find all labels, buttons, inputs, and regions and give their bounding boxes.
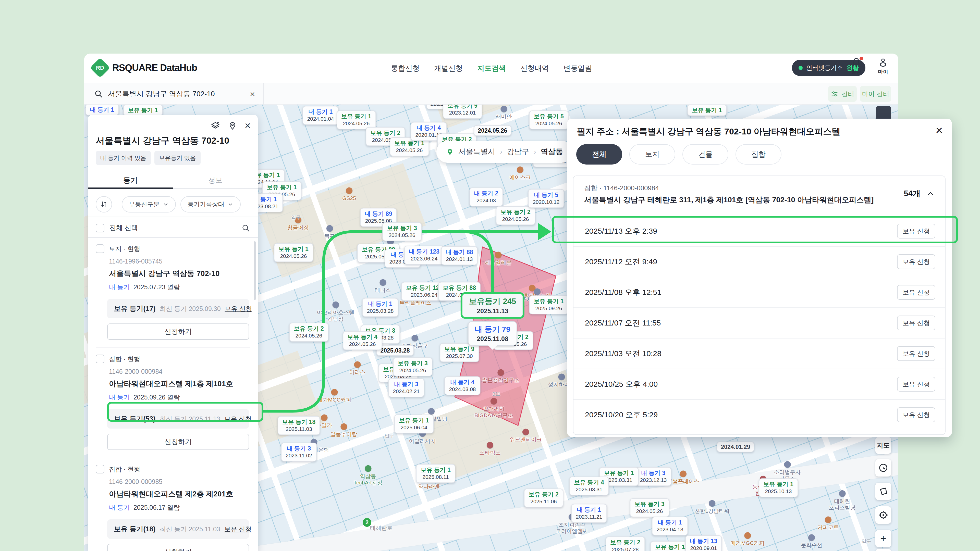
registry-badge[interactable]: 보유 등기 3 2024.05.26 [382, 222, 422, 241]
my-registry-callout[interactable]: 내 등기 79 2025.11.08 [468, 321, 517, 346]
registry-status-dropdown[interactable]: 등기기록상태 [180, 196, 241, 213]
map-mode-button[interactable] [876, 106, 891, 120]
close-detail-icon[interactable]: × [935, 124, 943, 137]
apply-button[interactable]: 신청하기 [107, 433, 249, 450]
close-panel-icon[interactable]: × [245, 121, 251, 130]
registry-badge[interactable]: 내 등기 4 2024.03.08 [444, 376, 480, 395]
registry-badge[interactable]: 보유 등기 3 2024.05.26 [393, 357, 432, 376]
search-input[interactable]: 서울특별시 강남구 역삼동 702-10 × [88, 83, 264, 105]
property-type-dropdown[interactable]: 부동산구분 [122, 196, 176, 213]
item-checkbox[interactable] [96, 245, 104, 253]
registry-badge[interactable]: 내 등기 3 2023.11.02 [281, 443, 317, 462]
apply-button[interactable]: 신청하기 [107, 544, 249, 551]
registry-badge[interactable]: 보유 등기 1 2023.04.13 [650, 541, 690, 551]
list-search-icon[interactable] [242, 224, 250, 232]
registry-badge[interactable]: 보유 등기 2 2024.05.26 [496, 206, 535, 225]
breadcrumb-dong[interactable]: 역삼동 [541, 147, 563, 157]
registry-badge[interactable]: 내 등기 3 2023.12.13 [635, 467, 671, 486]
detail-tab[interactable]: 건물 [682, 144, 729, 165]
registry-badge[interactable]: 보유 등기 4 2025.03.31 [570, 476, 609, 495]
registry-badge[interactable]: 내 등기 5 2020.10.12 [528, 189, 564, 208]
own-apply-link[interactable]: 보유 신청 [224, 415, 251, 423]
registry-badge[interactable]: 보유 등기 1 [123, 105, 162, 116]
registry-badge[interactable]: 내 등기 88 2024.01.13 [441, 246, 477, 265]
tab-registry[interactable]: 등기 [88, 173, 173, 188]
own-registry-row[interactable]: 보유 등기(17) 최신 등기 2025.09.30 보유 신청 › [107, 299, 249, 318]
breadcrumb-city[interactable]: 서울특별시 [458, 147, 495, 157]
map-pin-icon[interactable] [228, 121, 237, 130]
zoom-out-button[interactable]: − [875, 549, 891, 551]
nav-item[interactable]: 변동알림 [563, 64, 592, 73]
registry-badge[interactable]: 보유 등기 2 2024.05.26 [289, 323, 328, 341]
registry-badge[interactable]: 보유 등기 3 2024.05.26 [630, 498, 669, 517]
registry-badge[interactable]: 내 등기 1 2025.03.28 [362, 298, 398, 317]
current-location-button[interactable] [875, 507, 891, 524]
history-button[interactable] [875, 459, 891, 476]
my-filter-button[interactable]: 마이 필터 [860, 86, 891, 102]
apply-button[interactable]: 신청하기 [107, 324, 249, 340]
scrollbar-thumb[interactable] [254, 241, 256, 300]
registry-badge[interactable]: 보유 등기 1 2024.05.26 [274, 243, 313, 262]
registry-badge[interactable]: 보유 등기 1 2024.05.26 [337, 110, 376, 129]
registry-badge[interactable]: 보유 등기 5 2024.05.26 [529, 110, 568, 129]
map-type-button[interactable]: 지도 [875, 437, 891, 454]
registry-badge[interactable]: 내 등기 1 2024.01.04 [302, 106, 339, 125]
registry-badge[interactable]: 보유 등기 1 2025.08.11 [416, 464, 455, 483]
own-request-button[interactable]: 보유 신청 [897, 285, 935, 300]
own-registry-row[interactable]: 보유 등기(18) 최신 등기 2025.11.03 보유 신청 › [107, 519, 249, 539]
registry-badge[interactable]: 보유 등기 18 2025.11.03 [278, 416, 320, 435]
own-request-button[interactable]: 보유 신청 [897, 316, 935, 330]
add-to-layers-icon[interactable] [210, 121, 220, 130]
registry-badge[interactable]: 2024.01.29 [717, 441, 754, 452]
registry-badge[interactable]: 보유 등기 4 2024.05.26 [343, 331, 382, 350]
registry-badge[interactable]: 보유 등기 9 2025.07.30 [440, 343, 479, 362]
tab-info[interactable]: 정보 [173, 173, 258, 188]
registry-badge[interactable]: 보유 등기 1 2025.09.26 [529, 295, 568, 314]
own-registry-callout[interactable]: 보유등기 245 2025.11.13 [461, 292, 525, 319]
registry-badge[interactable]: 보유 등기 1 2025.10.13 [759, 478, 798, 497]
registry-badge[interactable]: 내 등기 1 2023.11.21 [571, 504, 607, 523]
sort-button[interactable] [96, 196, 112, 213]
detail-tab[interactable]: 전체 [576, 144, 622, 165]
own-request-button[interactable]: 보유 신청 [897, 407, 935, 422]
registry-badge[interactable]: 내 등기 1 [86, 105, 119, 116]
registry-badge[interactable]: 보유 등기 2 2025.07.28 [606, 537, 645, 551]
logo[interactable]: RD RSQUARE DataHub [93, 61, 197, 75]
registry-badge[interactable]: 보유 등기 9 2023.12.01 [443, 105, 482, 119]
own-apply-link[interactable]: 보유 신청 [224, 525, 251, 534]
item-checkbox[interactable] [96, 354, 104, 363]
filter-button[interactable]: 필터 [828, 86, 857, 102]
own-request-button[interactable]: 보유 신청 [897, 254, 935, 269]
registry-badge[interactable]: 내 등기 13 2020.09.01 [685, 535, 722, 551]
registry-badge[interactable]: 내 등기 2 2024.03 [469, 187, 503, 206]
own-request-button[interactable]: 보유 신청 [897, 377, 935, 392]
registry-badge[interactable]: 보유 등기 1 2025.06.04 [394, 414, 434, 433]
registry-badge[interactable]: 2024.05.26 [474, 125, 511, 136]
own-apply-link[interactable]: 보유 신청 [225, 305, 252, 313]
parcel-callout[interactable]: 보유등기 245 2025.11.13 내 등기 79 2025.11.08 [461, 292, 525, 346]
clear-search-icon[interactable]: × [248, 89, 257, 99]
my-page-button[interactable]: 마이 [872, 57, 894, 75]
own-registry-row[interactable]: 보유 등기(53) 최신 등기 2025.11.13 보유 신청 › [107, 409, 249, 429]
detail-tab[interactable]: 집합 [735, 144, 781, 165]
own-request-button[interactable]: 보유 신청 [897, 224, 935, 238]
breadcrumb-district[interactable]: 강남구 [507, 147, 529, 157]
nav-item[interactable]: 개별신청 [434, 64, 463, 73]
zoom-in-button[interactable]: + [875, 530, 891, 547]
registry-badge[interactable]: 내 등기 1 2023.04.13 [652, 516, 688, 535]
registry-badge[interactable]: 보유 등기 2 2025.11.06 [524, 489, 563, 507]
nav-item[interactable]: 신청내역 [520, 64, 549, 73]
item-checkbox[interactable] [96, 465, 104, 473]
registry-row: 보유 신청 [573, 430, 945, 435]
registry-badge[interactable]: 보유 등기 1 [687, 105, 727, 116]
area-select-button[interactable] [875, 483, 891, 500]
detail-tab[interactable]: 토지 [629, 144, 675, 165]
notifications-button[interactable]: 알림 [845, 57, 868, 75]
collapse-icon[interactable] [926, 189, 935, 198]
registry-badge[interactable]: 내 등기 3 2024.02.21 [388, 378, 424, 397]
nav-item[interactable]: 통합신청 [391, 64, 420, 73]
own-request-button[interactable]: 보유 신청 [897, 346, 935, 361]
select-all-checkbox[interactable] [96, 224, 104, 232]
registry-badge[interactable]: 내 등기 123 2023.06.24 [404, 246, 444, 265]
nav-item[interactable]: 지도검색 [477, 64, 506, 73]
